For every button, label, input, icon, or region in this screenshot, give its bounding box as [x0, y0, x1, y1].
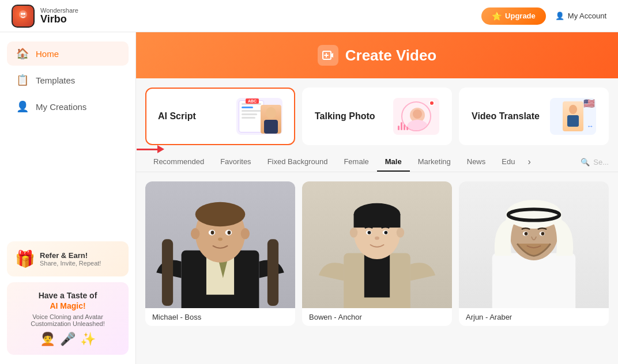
sidebar-item-home-label: Home — [36, 49, 59, 59]
my-creations-icon: 👤 — [16, 100, 29, 113]
tabs-bar: Recommended Favorites Fixed Background F… — [136, 150, 618, 172]
michael-image — [145, 181, 295, 308]
avatar-icon: 🧑‍🦱 — [40, 332, 55, 347]
svg-point-45 — [541, 232, 545, 236]
tab-news[interactable]: News — [459, 153, 494, 172]
arrow-shaft — [137, 149, 157, 150]
svg-point-36 — [397, 227, 404, 237]
svg-point-18 — [211, 230, 214, 234]
arjun-label: Arjun - Araber — [459, 308, 609, 326]
account-button[interactable]: 👤 My Account — [555, 12, 606, 20]
templates-icon: 📋 — [16, 74, 29, 86]
tab-edu[interactable]: Edu — [493, 153, 523, 172]
upgrade-button[interactable]: ⭐ Upgrade — [481, 7, 546, 25]
svg-point-1 — [21, 13, 23, 15]
tab-search[interactable]: 🔍 Se... — [581, 158, 609, 166]
refer-title: Refer & Earn! — [40, 251, 101, 260]
avatar-card-bowen[interactable]: Bowen - Anchor — [302, 181, 452, 326]
logo-icon-inner — [13, 6, 33, 26]
account-label: My Account — [568, 12, 606, 20]
svg-point-2 — [23, 13, 25, 15]
upgrade-label: Upgrade — [505, 12, 536, 20]
tab-female[interactable]: Female — [336, 153, 376, 172]
video-translate-thumbnail: 🇺🇸 ↔ — [550, 98, 596, 135]
account-icon: 👤 — [555, 12, 564, 20]
bowen-label: Bowen - Anchor — [302, 308, 452, 326]
logo-text: Wondershare Virbo — [40, 7, 78, 25]
create-video-banner[interactable]: Create Video — [136, 32, 618, 78]
sidebar-item-my-creations[interactable]: 👤 My Creations — [7, 94, 129, 119]
refer-sub: Share, Invite, Repeat! — [40, 260, 101, 267]
arrow-indicator — [137, 145, 164, 153]
tab-fixed-background[interactable]: Fixed Background — [259, 153, 336, 172]
avatar-card-arjun[interactable]: Arjun - Araber — [459, 181, 609, 326]
svg-point-19 — [228, 230, 231, 234]
talking-photo-thumbnail — [393, 98, 439, 135]
ai-script-label: AI Script — [158, 111, 227, 122]
svg-point-7 — [407, 120, 428, 131]
search-icon: 🔍 — [581, 158, 590, 166]
sidebar-item-templates-label: Templates — [36, 75, 75, 85]
sidebar-item-my-creations-label: My Creations — [36, 102, 86, 112]
talking-photo-label: Talking Photo — [315, 111, 384, 122]
svg-rect-24 — [267, 239, 278, 306]
create-video-icon — [318, 45, 338, 66]
svg-point-21 — [191, 228, 199, 239]
mic-icon: 🎤 — [60, 332, 76, 347]
sidebar-item-home[interactable]: 🏠 Home — [7, 41, 129, 66]
refer-icon: 🎁 — [15, 249, 35, 268]
tab-recommended[interactable]: Recommended — [145, 153, 212, 172]
arrow-head — [157, 145, 164, 153]
home-icon: 🏠 — [16, 47, 29, 60]
search-label: Se... — [593, 158, 609, 166]
tab-more-button[interactable]: › — [523, 152, 535, 172]
avatar-grid: Michael - Boss — [136, 172, 618, 335]
avatar-card-michael[interactable]: Michael - Boss — [145, 181, 295, 326]
refer-text: Refer & Earn! Share, Invite, Repeat! — [40, 251, 101, 267]
logo-icon — [12, 5, 35, 28]
sidebar-bottom: 🎁 Refer & Earn! Share, Invite, Repeat! H… — [7, 241, 129, 355]
feature-card-video-translate[interactable]: Video Translate 🇺🇸 ↔ — [459, 88, 609, 145]
tab-male[interactable]: Male — [377, 153, 410, 172]
svg-point-8 — [413, 109, 422, 119]
feature-cards: AI Script ABC — [136, 78, 618, 150]
svg-rect-26 — [364, 253, 390, 297]
logo-brand: Wondershare — [40, 7, 78, 14]
star-icon: ⭐ — [492, 12, 502, 21]
feature-card-talking-photo[interactable]: Talking Photo — [302, 88, 452, 145]
sidebar-item-templates[interactable]: 📋 Templates — [7, 68, 129, 92]
logo-name: Virbo — [40, 14, 78, 25]
arjun-image — [459, 181, 609, 308]
main-layout: 🏠 Home 📋 Templates 👤 My Creations 🎁 Refe… — [0, 32, 618, 364]
svg-point-4 — [266, 107, 276, 119]
magic-icon: ✨ — [80, 332, 96, 347]
svg-point-32 — [368, 231, 371, 234]
feature-card-ai-script[interactable]: AI Script ABC — [145, 88, 295, 145]
tab-marketing[interactable]: Marketing — [410, 153, 459, 172]
create-video-label: Create Video — [345, 47, 436, 65]
bowen-image — [302, 181, 452, 308]
svg-point-20 — [218, 237, 223, 241]
svg-rect-29 — [354, 214, 401, 227]
ai-magic-icons: 🧑‍🦱 🎤 ✨ — [15, 332, 120, 347]
topbar-right: ⭐ Upgrade 👤 My Account — [481, 7, 606, 25]
content: Create Video AI Script ABC — [136, 32, 618, 364]
create-banner-inner: Create Video — [318, 45, 436, 66]
svg-point-33 — [385, 231, 388, 234]
ai-magic-sub: Voice Cloning and Avatar Customization U… — [15, 313, 120, 327]
video-translate-label: Video Translate — [472, 111, 541, 122]
svg-rect-37 — [492, 253, 575, 308]
svg-point-35 — [350, 227, 357, 237]
ai-magic-highlight: AI Magic! — [50, 301, 85, 310]
svg-rect-10 — [567, 115, 579, 127]
svg-rect-5 — [264, 120, 278, 134]
refer-banner[interactable]: 🎁 Refer & Earn! Share, Invite, Repeat! — [7, 241, 129, 276]
svg-point-22 — [241, 228, 250, 239]
svg-point-34 — [375, 237, 379, 240]
svg-point-9 — [569, 105, 577, 114]
ai-magic-banner[interactable]: Have a Taste of AI Magic! Voice Cloning … — [7, 282, 129, 355]
tab-favorites[interactable]: Favorites — [212, 153, 259, 172]
michael-label: Michael - Boss — [145, 308, 295, 326]
topbar: Wondershare Virbo ⭐ Upgrade 👤 My Account — [0, 0, 618, 32]
logo: Wondershare Virbo — [12, 5, 78, 28]
